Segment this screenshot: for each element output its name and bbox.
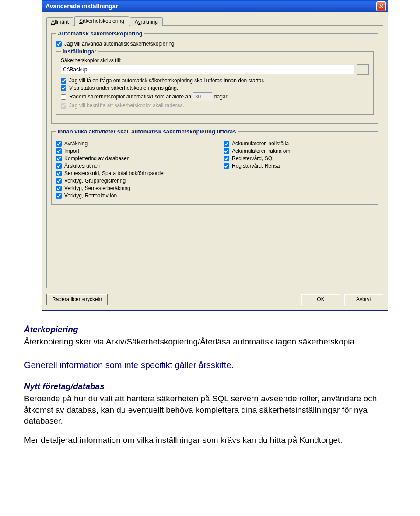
doc-heading-nytt: Nytt företag/databas — [24, 381, 402, 392]
group-settings: Inställningar Säkerhetskopior skrivs til… — [56, 48, 374, 115]
tab-allmant[interactable]: Allmänt — [46, 17, 74, 26]
label-activity: Ackumulatorer, nollställa — [232, 140, 289, 147]
checkbox-activity-semesterskuld[interactable] — [56, 171, 62, 176]
doc-paragraph: Återkopiering sker via Arkiv/Säkerhetsko… — [24, 336, 402, 348]
label-use-auto: Jag vill använda automatisk säkerhetskop… — [64, 41, 174, 47]
client-area: Allmänt Säkerhetskopiering Avräkning Aut… — [42, 12, 388, 310]
checkbox-activity-reg-rensa[interactable] — [224, 163, 229, 169]
delete-license-button[interactable]: Radera licensnyckeln — [46, 294, 108, 305]
label-activity: Semesterskuld, Spara total bokföringsord… — [64, 170, 165, 176]
label-ask-before: Jag vill få en fråga om automatisk säker… — [69, 77, 264, 84]
activities-left-col: Avräkning Import Komplettering av databa… — [56, 139, 206, 200]
label-confirm-delete: Jag vill bekräfta att säkerhetskopior sk… — [69, 102, 184, 109]
checkbox-activity-retro[interactable] — [56, 193, 62, 199]
label-show-status: Visa status under säkerhetskopieringens … — [69, 85, 178, 91]
tab-sakerhetskopiering[interactable]: Säkerhetskopiering — [74, 16, 129, 26]
doc-heading-aterkopiering: Återkopiering — [24, 324, 402, 335]
label-activity: Verktyg, Gruppregistrering — [64, 178, 126, 184]
checkbox-activity-arskifte[interactable] — [56, 163, 62, 169]
checkbox-activity-ack-noll[interactable] — [224, 141, 229, 147]
label-delete-old-prefix: Radera säkerhetskopior automatiskt som ä… — [69, 94, 191, 100]
doc-paragraph: Mer detaljerad information om vilka inst… — [24, 435, 402, 446]
browse-button[interactable]: ⋯ — [357, 64, 369, 75]
checkbox-activity-ack-rakna[interactable] — [224, 148, 229, 154]
checkbox-activity-avrakning[interactable] — [56, 141, 62, 147]
checkbox-ask-before[interactable] — [61, 78, 66, 84]
dialog-window: Avancerade inställningar ✕ Allmänt Säker… — [42, 0, 388, 311]
cancel-button[interactable]: Avbryt — [344, 294, 383, 305]
checkbox-activity-reg-sql[interactable] — [224, 156, 229, 161]
legend-auto-backup: Automatisk säkerhetskopiering — [56, 30, 144, 37]
input-days — [193, 92, 212, 101]
titlebar[interactable]: Avancerade inställningar ✕ — [42, 0, 388, 12]
doc-subheading: Generell information som inte specifikt … — [24, 359, 402, 371]
ellipsis-icon: ⋯ — [360, 67, 365, 72]
activities-right-col: Ackumulatorer, nollställa Ackumulatorer,… — [224, 139, 374, 200]
label-activity: Avräkning — [64, 140, 88, 147]
checkbox-use-auto[interactable] — [56, 41, 62, 47]
legend-settings: Inställningar — [61, 48, 98, 55]
button-bar: Radera licensnyckeln OK Avbryt — [46, 294, 383, 305]
input-backup-path[interactable] — [61, 65, 354, 74]
checkbox-activity-import[interactable] — [56, 148, 62, 154]
window-title: Avancerade inställningar — [46, 3, 118, 10]
close-icon: ✕ — [379, 3, 384, 10]
label-delete-old-suffix: dagar. — [214, 94, 228, 100]
label-activity: Registervård, SQL — [232, 155, 275, 161]
label-activity: Registervård, Rensa — [232, 163, 280, 169]
doc-paragraph: Beroende på hur du valt att hantera säke… — [24, 393, 402, 427]
checkbox-delete-old[interactable] — [61, 94, 66, 100]
label-activity: Verktyg, Retroaktiv lön — [64, 193, 117, 199]
group-activities: Innan vilka aktiviteter skall automatisk… — [51, 128, 378, 205]
checkbox-activity-semester[interactable] — [56, 186, 62, 191]
tab-strip: Allmänt Säkerhetskopiering Avräkning — [46, 16, 383, 26]
close-button[interactable]: ✕ — [376, 1, 386, 11]
label-activity: Ackumulatorer, räkna om — [232, 148, 290, 154]
tab-avrakning[interactable]: Avräkning — [130, 17, 163, 26]
checkbox-activity-grupp[interactable] — [56, 178, 62, 184]
document-text: Återkopiering Återkopiering sker via Ark… — [24, 324, 402, 446]
checkbox-activity-komplettering[interactable] — [56, 156, 62, 161]
label-activity: Komplettering av databasen — [64, 155, 130, 161]
tab-panel: Automatisk säkerhetskopiering Jag vill a… — [46, 25, 383, 288]
ok-button[interactable]: OK — [301, 294, 340, 305]
checkbox-show-status[interactable] — [61, 85, 66, 91]
label-activity: Import — [64, 148, 79, 154]
legend-activities: Innan vilka aktiviteter skall automatisk… — [56, 128, 238, 135]
label-path: Säkerhetskopior skrivs till: — [61, 57, 369, 63]
checkbox-confirm-delete — [61, 103, 66, 109]
label-activity: Årskiftesrutinen — [64, 163, 101, 169]
group-auto-backup: Automatisk säkerhetskopiering Jag vill a… — [51, 30, 378, 124]
label-activity: Verktyg, Semesterberäkning — [64, 185, 130, 191]
